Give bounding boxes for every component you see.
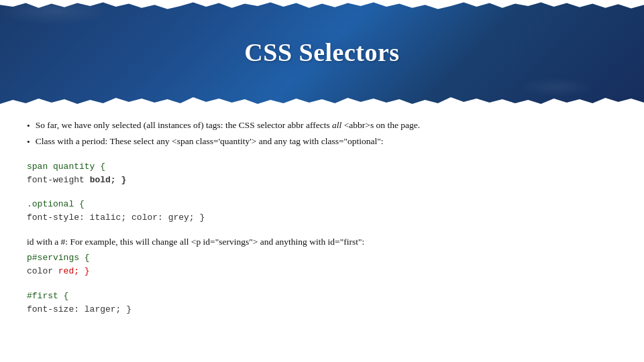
slide: CSS Selectors • So far, we have only sel… [0, 0, 644, 362]
code-line-font-style: font-style: italic; color: grey; } [27, 211, 617, 225]
code-block-optional: .optional { font-style: italic; color: g… [27, 198, 617, 225]
code-line-selector-1: span quantity { [27, 160, 617, 174]
code-block-span-quantity: span quantity { font-weight bold; } [27, 160, 617, 187]
code-line-property-1: font-weight bold; } [27, 174, 617, 187]
code-line-selector-4: #first { [27, 290, 617, 303]
code-selector-1: span quantity { [27, 162, 105, 172]
code-val-red: red; } [53, 266, 90, 276]
code-block-first: #first { font-size: larger; } [27, 290, 617, 316]
code-prop-color-grey: color: grey; } [126, 213, 205, 223]
code-line-selector-3: p#servings { [27, 251, 617, 265]
code-block-p-servings: p#servings { color red; } [27, 251, 617, 278]
code-line-selector-2: .optional { [27, 198, 617, 211]
bullet-dot-2: • [27, 135, 30, 149]
banner-top-edge [0, 0, 644, 12]
code-line-font-size: font-size: larger; } [27, 303, 617, 316]
slide-content: • So far, we have only selected (all ins… [0, 104, 644, 362]
code-val-bold: bold; } [85, 175, 126, 185]
code-selector-first: #first { [27, 291, 68, 301]
id-intro-text: id with a #: For example, this will chan… [27, 235, 617, 249]
code-selector-optional: .optional { [27, 199, 85, 209]
italic-all: all [332, 120, 341, 130]
bullet-item-2: • Class with a period: These select any … [27, 135, 617, 149]
bullet-item-1: • So far, we have only selected (all ins… [27, 119, 617, 133]
code-prop-font-weight: font-weight [27, 175, 85, 185]
bullet-text-1: So far, we have only selected (all insta… [36, 119, 420, 132]
code-prop-font-size: font-size: larger; } [27, 304, 131, 314]
bullet-dot-1: • [27, 119, 30, 133]
code-prop-color: color [27, 266, 53, 276]
header-banner: CSS Selectors [0, 0, 644, 104]
code-line-color-red: color red; } [27, 265, 617, 278]
code-prop-font-style: font-style: italic; [27, 213, 126, 223]
code-selector-p-servings: p#servings { [27, 253, 90, 263]
bullet-section: • So far, we have only selected (all ins… [27, 119, 617, 149]
bullet-text-2: Class with a period: These select any <s… [36, 135, 384, 148]
slide-title: CSS Selectors [244, 38, 399, 67]
